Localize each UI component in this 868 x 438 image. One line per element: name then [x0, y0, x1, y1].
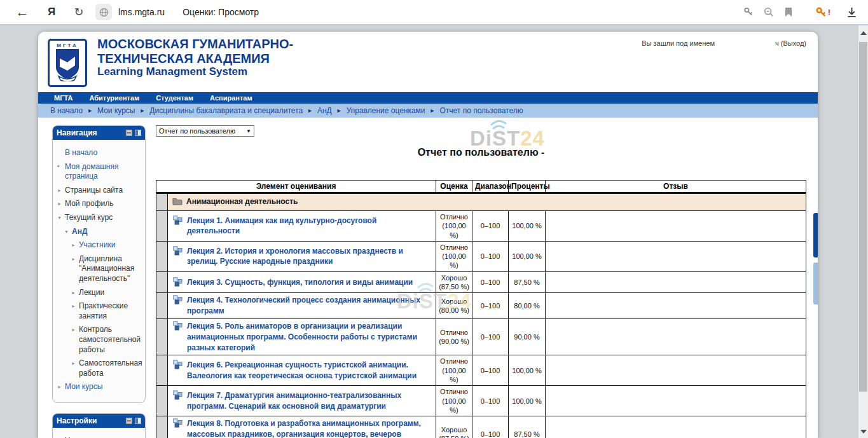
back-icon[interactable]: ←	[14, 4, 31, 20]
report-type-select[interactable]: Отчет по пользователю ▼	[156, 125, 254, 137]
feedback-cell	[546, 386, 806, 416]
dock-block-icon[interactable]	[135, 418, 141, 424]
feedback-cell	[546, 241, 806, 271]
navigation-block-body: В начало■Моя домашняя страница►Страницы …	[53, 140, 145, 402]
breadcrumb-item-3[interactable]: АнД	[317, 106, 332, 115]
nav-item-2[interactable]: Студентам	[148, 94, 202, 102]
percent-cell: 100,00 %	[509, 211, 546, 242]
navigation-item-label[interactable]: Участники	[79, 240, 115, 250]
navigation-item-1: ■Моя домашняя страница	[56, 162, 142, 182]
search-zoom-icon[interactable]	[763, 6, 775, 18]
grade-cell-word: Отлично	[437, 212, 471, 221]
navigation-item-label[interactable]: Практические занятия	[79, 301, 142, 321]
navigation-item-label[interactable]: Лекции	[79, 288, 104, 298]
collapsed-node-icon[interactable]: ►	[71, 325, 79, 355]
grade-cell: Хорошо(87,50 %)	[436, 271, 472, 293]
bookmark-icon[interactable]	[783, 6, 794, 18]
category-label: Анимационная деятельность	[172, 196, 298, 206]
scroll-up-arrow[interactable]	[860, 31, 867, 35]
lesson-icon	[173, 295, 183, 305]
navigation-item-label[interactable]: Контроль самостоятельной работы	[79, 325, 142, 355]
collapsed-node-icon[interactable]: ►	[57, 186, 65, 196]
breadcrumb-item-5[interactable]: Отчет по пользователю	[440, 106, 523, 115]
navigation-item-8: ►Лекции	[56, 288, 142, 298]
collapsed-node-icon[interactable]: ►	[71, 359, 79, 378]
collapsed-node-icon[interactable]: ►	[57, 382, 65, 392]
navigation-item-label[interactable]: Страницы сайта	[65, 186, 123, 196]
navigation-item-label[interactable]: Мой профиль	[65, 199, 114, 209]
navigation-item-label[interactable]: Дисциплина "Анимационная деятельность"	[79, 254, 142, 284]
nav-item-0[interactable]: МГТА	[46, 94, 81, 102]
navigation-item-label[interactable]: Самостоятельная работа	[79, 359, 142, 378]
nav-item-3[interactable]: Аспирантам	[202, 94, 260, 102]
download-icon[interactable]	[846, 6, 858, 18]
indent-cell	[156, 193, 168, 211]
grade-cell-word: Хорошо	[437, 425, 471, 434]
collapsed-node-icon[interactable]: ►	[71, 301, 79, 321]
range-cell: 0–100	[472, 271, 509, 293]
address-url[interactable]: lms.mgta.ru	[118, 7, 165, 17]
collapse-block-icon[interactable]	[126, 418, 132, 424]
item-link-4[interactable]: Лекция 5. Роль аниматоров в организации …	[173, 321, 431, 353]
lesson-icon	[173, 277, 183, 287]
item-name-cell: Лекция 3. Сущность, функция, типология и…	[168, 271, 436, 293]
password-key-icon[interactable]	[743, 6, 754, 18]
item-link-3[interactable]: Лекция 4. Технологический процесс создан…	[173, 295, 431, 317]
indent-cell	[156, 293, 168, 319]
nav-item-1[interactable]: Абитуриентам	[81, 94, 148, 102]
grade-cell-pct: (100,00 %)	[437, 221, 471, 240]
item-link-7[interactable]: Лекция 8. Подготовка и разработка анимац…	[173, 418, 431, 438]
logout-link[interactable]: ч (Выход)	[775, 39, 806, 47]
breadcrumb-item-1[interactable]: Мои курсы	[97, 106, 135, 115]
site-header: МГТА МОСКОВСКАЯ ГУМАНИТАРНО- ТЕХНИЧЕСКАЯ…	[38, 32, 818, 92]
expanded-node-icon[interactable]: ▼	[57, 213, 65, 223]
item-link-5[interactable]: Лекция 6. Рекреационная сущность туристс…	[173, 360, 431, 381]
indent-cell	[156, 271, 168, 293]
scroll-down-arrow[interactable]	[860, 430, 867, 434]
item-link-1[interactable]: Лекция 2. История и хронология массовых …	[173, 246, 431, 268]
collapsed-node-icon[interactable]: ►	[71, 254, 79, 284]
extension-key-alert[interactable]: !	[815, 6, 830, 18]
scrollbar-thumb[interactable]	[859, 42, 867, 392]
item-link-6[interactable]: Лекция 7. Драматургия анимационно-театра…	[173, 390, 431, 412]
navigation-item-label[interactable]: Моя домашняя страница	[65, 162, 142, 182]
collapsed-node-icon[interactable]: ►	[57, 199, 65, 209]
breadcrumb-item-2[interactable]: Дисциплины бакалавриата и специалитета	[149, 106, 303, 115]
navigation-item-6: ►Участники	[56, 240, 142, 250]
expanded-node-icon[interactable]: ▼	[64, 227, 72, 237]
breadcrumb-item-0[interactable]: В начало	[50, 106, 83, 115]
main-area: Отчет по пользователю ▼ DiST24 Отчет по …	[146, 125, 806, 438]
grade-cell-pct: (87,50 %)	[437, 282, 471, 291]
column-header-2: Диапазон	[472, 181, 509, 193]
navigation-item-label[interactable]: В начало	[65, 148, 97, 158]
breadcrumb-separator: ►	[336, 107, 342, 114]
reload-icon[interactable]: ↻	[71, 5, 86, 19]
navigation-item-label[interactable]: Текущий курс	[65, 213, 113, 223]
header-row: Элемент оцениванияОценкаДиапазонПроценты…	[156, 181, 806, 193]
grades-table-head: Элемент оцениванияОценкаДиапазонПроценты…	[156, 181, 806, 193]
collapsed-node-icon[interactable]: ►	[71, 288, 79, 298]
vertical-scrollbar[interactable]	[858, 25, 868, 438]
navigation-item-3: ►Мой профиль	[56, 199, 142, 209]
docked-block-tab[interactable]	[813, 213, 818, 257]
range-cell: 0–100	[472, 416, 509, 438]
lesson-icon	[173, 418, 183, 428]
lesson-icon	[173, 246, 183, 256]
dock-block-icon[interactable]	[135, 130, 141, 136]
item-link-0[interactable]: Лекция 1. Анимация как вид культурно-дос…	[173, 216, 431, 237]
item-label: Лекция 4. Технологический процесс создан…	[187, 295, 431, 317]
docked-block-tab[interactable]	[813, 263, 818, 305]
percent-cell: 100,00 %	[509, 241, 546, 271]
select-dropdown-arrow-icon: ▼	[246, 128, 251, 134]
column-header-3: Проценты	[509, 181, 546, 193]
lesson-icon	[173, 390, 183, 400]
collapsed-node-icon[interactable]: ►	[71, 240, 79, 250]
collapse-block-icon[interactable]	[126, 130, 132, 136]
navigation-item-9: ►Практические занятия	[56, 301, 142, 321]
navigation-item-label[interactable]: Мои курсы	[65, 382, 102, 392]
navigation-item-label[interactable]: АнД	[72, 227, 87, 237]
breadcrumb-item-4[interactable]: Управление оценками	[347, 106, 425, 115]
yandex-icon[interactable]: Я	[45, 6, 59, 18]
item-link-2[interactable]: Лекция 3. Сущность, функция, типология и…	[173, 277, 431, 288]
navigation-block-header: Навигация	[53, 126, 145, 140]
